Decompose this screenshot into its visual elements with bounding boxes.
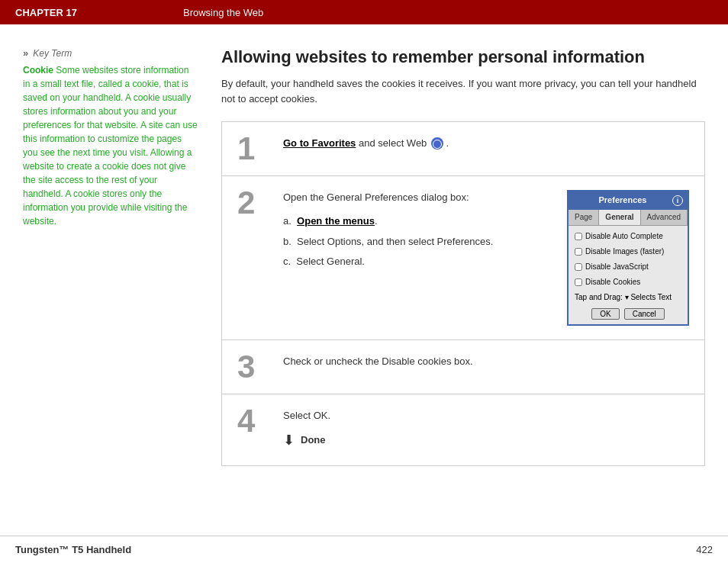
step-2: 2 Open the General Preferences dialog bo… [222,176,704,340]
step-4-content: Select OK. ⬇ Done [283,394,704,466]
step-3: 3 Check or uncheck the Disable cookies b… [222,340,704,394]
footer-brand: Tungsten™ T5 Handheld [15,544,131,555]
tab-page[interactable]: Page [569,210,599,225]
sidebar: » Key Term Cookie Some websites store in… [0,47,214,536]
step-2-content: Open the General Preferences dialog box:… [283,176,704,339]
pref-row-images: Disable Images (faster) [575,246,681,258]
tab-general[interactable]: General [599,210,640,225]
step-3-content: Check or uncheck the Disable cookies box… [283,340,704,384]
content-area: Allowing websites to remember personal i… [214,47,728,536]
step-2-text: Open the General Preferences dialog box:… [283,190,552,275]
step-1-text-after: and select Web [359,137,430,149]
step-2-number: 2 [222,176,283,230]
keyword-text: Some websites store information in a sma… [23,65,198,227]
step-2-item-c: c. Select General. [283,254,552,270]
open-menus-link[interactable]: Open the menus [297,215,375,227]
step-2-inner: Open the General Preferences dialog box:… [283,190,689,326]
autocomplete-label: Disable Auto Complete [585,230,663,243]
dialog-ok-button[interactable]: OK [591,308,619,320]
footer-page-number: 422 [696,544,713,555]
step-4-number: 4 [222,394,283,448]
tab-advanced[interactable]: Advanced [641,210,688,225]
step-3-number: 3 [222,340,283,394]
dialog-cancel-button[interactable]: Cancel [624,308,665,320]
dialog-title: Preferences [573,194,672,208]
tap-drag-value: ▾ Selects Text [625,293,672,301]
page-footer: Tungsten™ T5 Handheld 422 [0,536,728,563]
pref-row-cookies: Disable Cookies [575,276,681,288]
key-term-header: » Key Term [23,47,198,59]
cookies-label: Disable Cookies [585,276,640,288]
cookies-checkbox[interactable] [575,278,582,286]
step-2-intro: Open the General Preferences dialog box: [283,190,552,206]
step-1-period: . [446,137,449,149]
main-content: » Key Term Cookie Some websites store in… [0,24,728,536]
done-row: ⬇ Done [283,429,689,452]
key-term-body: Cookie Some websites store information i… [23,63,198,228]
step-1: 1 Go to Favorites and select Web . [222,122,704,176]
page-title: Allowing websites to remember personal i… [221,47,705,67]
dialog-tabs: Page General Advanced [569,210,688,226]
web-icon [431,137,443,150]
dialog-buttons: OK Cancel [575,308,681,320]
dialog-body: Disable Auto Complete Disable Images (fa… [569,226,688,324]
steps-container: 1 Go to Favorites and select Web . 2 Ope… [221,121,705,466]
key-term-label: Key Term [33,48,72,59]
tap-drag-row: Tap and Drag: ▾ Selects Text [575,291,681,304]
step-1-content: Go to Favorites and select Web . [283,122,704,166]
done-label: Done [301,433,326,449]
intro-text: By default, your handheld saves the cook… [221,76,705,106]
javascript-label: Disable JavaScript [585,261,649,273]
keyword: Cookie [23,65,53,76]
javascript-checkbox[interactable] [575,263,582,271]
autocomplete-checkbox[interactable] [575,233,582,240]
brand-name: Tungsten™ T5 Handheld [15,544,131,555]
pref-row-javascript: Disable JavaScript [575,261,681,273]
go-to-favorites-link[interactable]: Go to Favorites [283,137,356,149]
done-arrow-icon: ⬇ [283,429,295,452]
pref-row-autocomplete: Disable Auto Complete [575,230,681,243]
dialog-titlebar: Preferences i [569,191,688,210]
step-3-text: Check or uncheck the Disable cookies box… [283,355,473,367]
step-2-list: a. Open the menus. b. Select Options, an… [283,214,552,270]
step-2-item-b: b. Select Options, and then select Prefe… [283,234,552,250]
step-1-number: 1 [222,122,283,175]
info-icon[interactable]: i [672,195,683,206]
images-label: Disable Images (faster) [585,246,664,258]
step-4-text: Select OK. [283,408,689,424]
tap-drag-label: Tap and Drag: [575,293,625,301]
chevrons-icon: » [23,47,28,59]
preferences-dialog: Preferences i Page General Advanced [567,190,689,326]
page-header: CHAPTER 17 Browsing the Web [0,0,728,24]
step-2-item-a: a. Open the menus. [283,214,552,230]
chapter-label: CHAPTER 17 [15,7,183,18]
step-4: 4 Select OK. ⬇ Done [222,394,704,466]
images-checkbox[interactable] [575,248,582,256]
chapter-title: Browsing the Web [183,7,263,18]
